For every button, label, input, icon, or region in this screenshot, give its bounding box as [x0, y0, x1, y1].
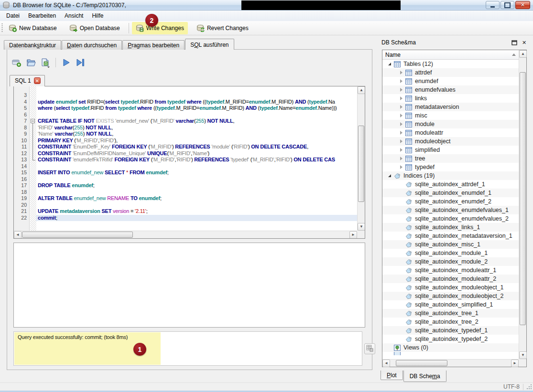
fold-marker-open[interactable]	[30, 118, 36, 125]
open-database-button[interactable]: Open Database	[65, 22, 124, 34]
tree-row-sqlite-autoindex-enumdef-1[interactable]: sqlite_autoindex_enumdef_1	[382, 189, 519, 197]
sql-line-17[interactable]: 17DROP TABLE enumdef;	[14, 182, 357, 189]
tree-row-sqlite-autoindex-moduleattr-2[interactable]: sqlite_autoindex_moduleattr_2	[382, 275, 519, 283]
editor-vscroll-thumb[interactable]	[358, 126, 364, 202]
tree-row-sqlite-autoindex-metadataversion-1[interactable]: sqlite_autoindex_metadataversion_1	[382, 232, 519, 240]
tree-row-sqlite-autoindex-enumdef-2[interactable]: sqlite_autoindex_enumdef_2	[382, 197, 519, 206]
tree-row-enumdefvalues[interactable]: enumdefvalues	[382, 85, 519, 94]
sql-line-22[interactable]: 22commit;	[14, 215, 357, 222]
sql-line-14[interactable]: 14	[14, 163, 357, 170]
tree-row-simplified[interactable]: simplified	[382, 146, 519, 154]
tab-daten-durchsuchen[interactable]: Daten durchsuchen	[62, 40, 122, 50]
expand-arrow-icon[interactable]	[398, 114, 404, 117]
editor-vertical-scrollbar[interactable]: ▲ ▼	[357, 86, 365, 231]
expand-arrow-icon[interactable]	[398, 148, 404, 152]
expand-arrow-icon[interactable]	[398, 71, 404, 74]
sql-line-3[interactable]: 3	[14, 92, 357, 99]
tree-row-module[interactable]: module	[382, 120, 519, 128]
tree-row-clipped[interactable]	[382, 352, 519, 355]
resize-grip[interactable]	[531, 388, 532, 389]
expand-arrow-icon[interactable]	[398, 122, 404, 126]
tree-row-sqlite-autoindex-links-1[interactable]: sqlite_autoindex_links_1	[382, 223, 519, 232]
execute-current-line-icon[interactable]	[75, 57, 86, 68]
tree-row-sqlite-autoindex-simplified-1[interactable]: sqlite_autoindex_simplified_1	[382, 300, 519, 309]
tree-row-links[interactable]: links	[382, 94, 519, 103]
sql-document-tab[interactable]: SQL 1 ✕	[10, 75, 45, 86]
tree-row-tree[interactable]: tree	[382, 154, 519, 163]
tree-row-enumdef[interactable]: enumdef	[382, 77, 519, 85]
scroll-left-icon[interactable]: ◄	[382, 360, 390, 367]
sql-line-20[interactable]: 20	[14, 202, 357, 209]
expand-arrow-icon[interactable]	[398, 105, 404, 109]
execute-sql-icon[interactable]	[61, 57, 71, 68]
expand-arrow-icon[interactable]	[398, 79, 404, 83]
scroll-left-icon[interactable]: ◄	[14, 231, 22, 239]
message-log[interactable]: Query executed successfully: commit; (to…	[13, 331, 362, 366]
tree-row-sqlite-autoindex-attrdef-1[interactable]: sqlite_autoindex_attrdef_1	[382, 180, 519, 189]
tree-row-tables-12-[interactable]: Tables (12)	[382, 60, 519, 68]
sql-line-16[interactable]: 16	[14, 176, 357, 183]
tree-row-sqlite-autoindex-typedef-2[interactable]: sqlite_autoindex_typedef_2	[382, 335, 519, 343]
scroll-down-icon[interactable]: ▼	[358, 223, 365, 231]
sql-line-18[interactable]: 18	[14, 189, 357, 196]
sql-line-6[interactable]: 6	[14, 112, 357, 118]
tree-row-sqlite-autoindex-module-2[interactable]: sqlite_autoindex_module_2	[382, 257, 519, 266]
sql-line-12[interactable]: 12CONSTRAINT 'EnumDefMRIFIDName_Unique' …	[14, 150, 357, 157]
tree-row-sqlite-autoindex-moduleobject-2[interactable]: sqlite_autoindex_moduleobject_2	[382, 292, 519, 300]
sql-line-13[interactable]: 13CONSTRAINT 'enumdefFkTRifid' FOREIGN K…	[14, 157, 357, 163]
expand-arrow-icon[interactable]	[398, 139, 404, 143]
tree-row-sqlite-autoindex-tree-1[interactable]: sqlite_autoindex_tree_1	[382, 309, 519, 318]
tree-row-sqlite-autoindex-module-1[interactable]: sqlite_autoindex_module_1	[382, 249, 519, 257]
collapse-arrow-icon[interactable]	[386, 63, 393, 65]
minimize-button[interactable]	[486, 1, 500, 9]
expand-arrow-icon[interactable]	[398, 165, 404, 169]
tree-header[interactable]: Name	[382, 50, 526, 60]
menu-datei[interactable]: Datei	[2, 11, 24, 21]
dock-close-icon[interactable]: ✕	[521, 40, 527, 46]
tree-row-sqlite-autoindex-enumdefvalues-2[interactable]: sqlite_autoindex_enumdefvalues_2	[382, 214, 519, 223]
expand-arrow-icon[interactable]	[398, 157, 404, 160]
scroll-down-icon[interactable]: ▼	[519, 351, 527, 359]
tree-row-views-0-[interactable]: Views (0)	[382, 343, 519, 352]
tree-hscroll-thumb[interactable]	[396, 360, 447, 366]
export-results-button[interactable]	[364, 343, 375, 354]
scroll-up-icon[interactable]: ▲	[358, 86, 365, 94]
scroll-up-icon[interactable]: ▲	[519, 50, 527, 58]
editor-hscroll-thumb[interactable]	[22, 232, 133, 238]
tree-row-sqlite-autoindex-tree-2[interactable]: sqlite_autoindex_tree_2	[382, 318, 519, 326]
menu-bearbeiten[interactable]: Bearbeiten	[24, 11, 60, 21]
tree-horizontal-scrollbar[interactable]: ◄ ►	[382, 359, 519, 367]
sql-editor[interactable]: 34update enumdef set RIFID=(select typed…	[13, 86, 365, 239]
new-sql-tab-icon[interactable]	[11, 57, 22, 68]
tree-row-misc[interactable]: misc	[382, 111, 519, 120]
maximize-button[interactable]	[500, 1, 514, 9]
tab-datenbankstruktur[interactable]: Datenbankstruktur	[4, 40, 61, 50]
tree-row-indices-19-[interactable]: Indices (19)	[382, 171, 519, 180]
tab-pragmas-bearbeiten[interactable]: Pragmas bearbeiten	[122, 40, 185, 50]
tree-row-typedef[interactable]: typedef	[382, 163, 519, 171]
sql-line-19[interactable]: 19ALTER TABLE enumdef_new RENAME TO enum…	[14, 195, 357, 202]
save-sql-file-icon[interactable]	[40, 57, 51, 68]
sql-line-4[interactable]: 4update enumdef set RIFID=(select typede…	[14, 99, 357, 106]
sql-line-21[interactable]: 21UPDATE metadataversion SET version = '…	[14, 208, 357, 215]
tree-row-moduleattr[interactable]: moduleattr	[382, 128, 519, 137]
tree-row-sqlite-autoindex-misc-1[interactable]: sqlite_autoindex_misc_1	[382, 240, 519, 249]
menu-ansicht[interactable]: Ansicht	[60, 11, 87, 21]
dock-float-icon[interactable]	[511, 40, 517, 46]
tree-vertical-scrollbar[interactable]: ▲ ▼	[519, 50, 526, 359]
sql-line-15[interactable]: 15INSERT INTO enumdef_new SELECT * FROM …	[14, 170, 357, 176]
tree-vscroll-thumb[interactable]	[520, 72, 526, 325]
sql-line-10[interactable]: 10PRIMARY KEY ('M_RIFID','RIFID'),	[14, 138, 357, 144]
tree-row-sqlite-autoindex-moduleattr-1[interactable]: sqlite_autoindex_moduleattr_1	[382, 266, 519, 275]
editor-horizontal-scrollbar[interactable]: ◄ ►	[14, 231, 357, 238]
collapse-arrow-icon[interactable]	[386, 174, 393, 177]
scroll-right-icon[interactable]: ►	[511, 360, 519, 367]
expand-arrow-icon[interactable]	[398, 131, 404, 135]
close-button[interactable]	[515, 1, 530, 9]
tree-row-sqlite-autoindex-enumdefvalues-1[interactable]: sqlite_autoindex_enumdefvalues_1	[382, 206, 519, 214]
sql-line-7[interactable]: 7CREATE TABLE IF NOT EXISTS 'enumdef_new…	[14, 118, 357, 125]
tab-sql-ausf-hren[interactable]: SQL ausführen	[185, 39, 234, 50]
tree-row-metadataversion[interactable]: metadataversion	[382, 103, 519, 111]
write-changes-button[interactable]: Write Changes	[132, 22, 188, 34]
tree-row-sqlite-autoindex-moduleobject-1[interactable]: sqlite_autoindex_moduleobject_1	[382, 283, 519, 292]
